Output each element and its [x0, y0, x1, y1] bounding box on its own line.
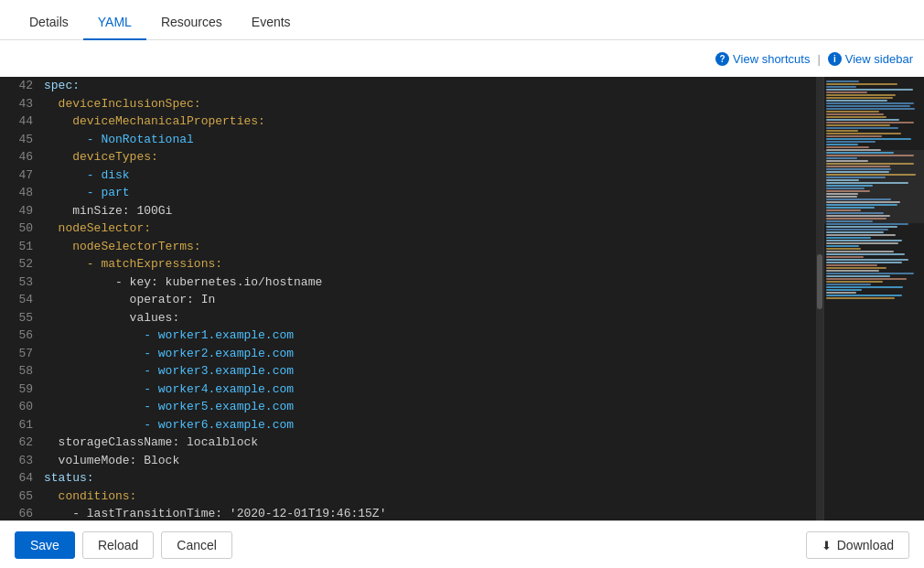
table-row: 44 deviceMechanicalProperties: — [0, 113, 816, 131]
line-number: 54 — [0, 291, 44, 309]
minimap-line — [826, 259, 908, 261]
minimap-line — [826, 113, 884, 115]
line-number: 65 — [0, 488, 44, 506]
save-button[interactable]: Save — [15, 531, 75, 559]
view-shortcuts-link[interactable]: ? View shortcuts — [715, 52, 810, 66]
tab-bar: Details YAML Resources Events — [0, 0, 924, 40]
minimap-line — [826, 130, 858, 132]
line-number: 43 — [0, 95, 44, 113]
minimap-line — [826, 264, 877, 266]
shortcuts-icon: ? — [715, 52, 729, 66]
sidebar-icon: i — [828, 52, 842, 66]
minimap-line — [826, 297, 895, 299]
table-row: 54 operator: In — [0, 291, 816, 309]
table-row: 50 nodeSelector: — [0, 220, 816, 238]
toolbar-separator: | — [817, 52, 820, 66]
line-code: values: — [44, 309, 816, 327]
table-row: 64status: — [0, 469, 816, 488]
minimap-line — [826, 253, 905, 255]
table-row: 65 conditions: — [0, 488, 816, 506]
line-code: - part — [44, 184, 816, 202]
editor-main: 42spec:43 deviceInclusionSpec:44 deviceM… — [0, 77, 816, 520]
line-code: - key: kubernetes.io/hostname — [44, 273, 816, 292]
line-number: 49 — [0, 202, 44, 220]
table-row: 52 - matchExpressions: — [0, 255, 816, 273]
line-number: 59 — [0, 380, 44, 399]
line-number: 51 — [0, 238, 44, 256]
line-code: - worker3.example.com — [44, 362, 816, 380]
line-code: spec: — [44, 77, 816, 95]
download-button[interactable]: Download — [806, 531, 909, 559]
scrollbar-thumb[interactable] — [817, 254, 822, 309]
minimap-line — [826, 127, 898, 129]
line-code: minSize: 100Gi — [44, 202, 816, 220]
minimap-line — [826, 226, 897, 228]
minimap-line — [826, 97, 893, 99]
line-number: 58 — [0, 362, 44, 380]
view-sidebar-link[interactable]: i View sidebar — [828, 52, 913, 66]
tab-events[interactable]: Events — [237, 5, 306, 40]
line-code: - worker6.example.com — [44, 416, 816, 434]
editor-scrollbar[interactable] — [816, 77, 823, 520]
table-row: 46 deviceTypes: — [0, 148, 816, 166]
minimap-line — [826, 278, 907, 280]
minimap-line — [826, 248, 861, 250]
line-code: deviceMechanicalProperties: — [44, 113, 816, 131]
minimap-line — [826, 237, 871, 239]
minimap-line — [826, 100, 887, 102]
line-code: - worker2.example.com — [44, 345, 816, 363]
minimap-line — [826, 86, 856, 88]
minimap-line — [826, 242, 898, 244]
minimap-line — [826, 256, 864, 258]
table-row: 63 volumeMode: Block — [0, 452, 816, 470]
tab-resources[interactable]: Resources — [146, 5, 237, 40]
line-code: - lastTransitionTime: '2020-12-01T19:46:… — [44, 505, 816, 520]
minimap-line — [826, 138, 911, 140]
minimap-line — [826, 133, 901, 134]
table-row: 49 minSize: 100Gi — [0, 202, 816, 220]
minimap-line — [826, 141, 876, 143]
minimap-line — [826, 102, 914, 104]
line-code: - worker4.example.com — [44, 380, 816, 399]
cancel-button[interactable]: Cancel — [161, 531, 232, 559]
line-code: - worker5.example.com — [44, 398, 816, 416]
minimap-line — [826, 295, 902, 296]
line-number: 56 — [0, 327, 44, 345]
reload-button[interactable]: Reload — [82, 531, 154, 559]
line-number: 46 — [0, 148, 44, 166]
line-code: deviceTypes: — [44, 148, 816, 166]
minimap-line — [826, 262, 902, 263]
line-code: - matchExpressions: — [44, 255, 816, 273]
line-code: storageClassName: localblock — [44, 434, 816, 452]
line-code: volumeMode: Block — [44, 452, 816, 470]
minimap-line — [826, 245, 859, 247]
minimap — [823, 77, 924, 520]
line-number: 60 — [0, 398, 44, 416]
table-row: 61 - worker6.example.com — [0, 416, 816, 434]
minimap-line — [826, 281, 883, 283]
editor-content[interactable]: 42spec:43 deviceInclusionSpec:44 deviceM… — [0, 77, 816, 520]
table-row: 66 - lastTransitionTime: '2020-12-01T19:… — [0, 505, 816, 520]
line-number: 47 — [0, 166, 44, 185]
tab-yaml[interactable]: YAML — [83, 5, 146, 40]
table-row: 62 storageClassName: localblock — [0, 434, 816, 452]
minimap-line — [826, 273, 914, 274]
line-number: 57 — [0, 345, 44, 363]
table-row: 53 - key: kubernetes.io/hostname — [0, 273, 816, 292]
table-row: 58 - worker3.example.com — [0, 362, 816, 380]
line-number: 61 — [0, 416, 44, 434]
table-row: 45 - NonRotational — [0, 131, 816, 149]
action-bar: Save Reload Cancel Download — [0, 520, 924, 568]
line-number: 52 — [0, 255, 44, 273]
line-number: 63 — [0, 452, 44, 470]
tab-details[interactable]: Details — [15, 5, 83, 40]
line-code: status: — [44, 469, 816, 488]
minimap-line — [826, 80, 859, 82]
line-code: - disk — [44, 166, 816, 185]
line-number: 50 — [0, 220, 44, 238]
line-number: 66 — [0, 505, 44, 520]
table-row: 59 - worker4.example.com — [0, 380, 816, 399]
download-icon — [822, 538, 832, 552]
minimap-line — [826, 135, 882, 137]
minimap-line — [826, 240, 902, 241]
